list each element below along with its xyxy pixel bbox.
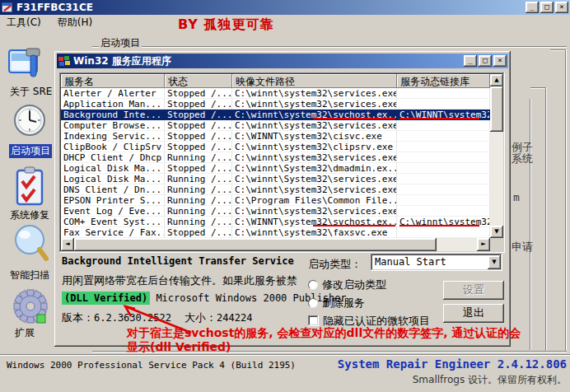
- table-cell: C:\WINNT\system32\svchost.ex...: [232, 217, 397, 227]
- dialog-minimize-button[interactable]: _: [464, 55, 477, 67]
- table-cell: Stopped /...: [165, 120, 232, 131]
- table-cell: C:\winnt\system32\svchost.ex...: [232, 110, 397, 120]
- startup-type-label: 启动类型：: [308, 257, 362, 272]
- watermark-text: BY 孤独更可靠: [178, 16, 273, 34]
- table-cell: Stopped /...: [165, 163, 232, 174]
- table-cell: [397, 88, 490, 99]
- clock-icon[interactable]: [13, 102, 46, 140]
- scroll-right-icon[interactable]: ►: [477, 238, 490, 251]
- table-cell: Stopped /...: [165, 227, 232, 238]
- column-header-status[interactable]: 状态: [165, 74, 232, 88]
- table-cell: C:\winnt\system32: [397, 217, 490, 227]
- vertical-scrollbar[interactable]: ▲ ▼: [490, 74, 503, 238]
- table-row[interactable]: Computer Browse...Stopped /...C:\winnt\s…: [61, 120, 490, 131]
- dialog-close-button[interactable]: ×: [493, 55, 507, 67]
- extensions-gear-icon[interactable]: [13, 288, 48, 324]
- table-row[interactable]: Indexing Servic...Stopped /...C:\WINNT\s…: [61, 131, 490, 142]
- main-titlebar: F31FFBC31CE _ □ ×: [0, 0, 570, 15]
- menu-help[interactable]: 帮助(H): [56, 15, 94, 30]
- menubar: 工具(C) 帮助(H): [0, 15, 570, 30]
- exit-button[interactable]: 退出: [443, 304, 504, 323]
- table-cell: [397, 195, 490, 206]
- screen: F31FFBC31CE _ □ × 工具(C) 帮助(H) BY 孤独更可靠 启…: [0, 0, 570, 392]
- sidebar-item-repair[interactable]: 系统修复: [10, 208, 49, 222]
- radio-modify-startup[interactable]: 修改启动类型: [308, 278, 386, 292]
- table-cell: Application Man...: [61, 99, 165, 110]
- column-header-dll[interactable]: 服务动态链接库: [397, 74, 490, 88]
- table-row[interactable]: Background Inte...Stopped /...C:\winnt\s…: [61, 110, 490, 120]
- table-row[interactable]: DHCP Client / DhcpRunning /...C:\winnt\s…: [61, 152, 490, 163]
- about-icon[interactable]: [8, 47, 46, 82]
- scroll-left-icon[interactable]: ◄: [61, 238, 74, 251]
- maximize-button[interactable]: □: [540, 2, 554, 13]
- repair-checklist-icon[interactable]: [15, 166, 46, 207]
- minimize-button[interactable]: _: [526, 2, 539, 13]
- table-cell: Running /...: [165, 174, 232, 184]
- table-row[interactable]: Logical Disk Ma...Stopped /...C:\winnt\S…: [61, 163, 490, 174]
- sidebar-item-extensions[interactable]: 扩展: [15, 326, 35, 340]
- sidebar-item-scan[interactable]: 智能扫描: [10, 268, 49, 282]
- table-cell: [397, 152, 490, 163]
- sidebar-item-startup[interactable]: 启动项目: [9, 144, 52, 158]
- credit-text: Smallfrogs 设计。保留所有权利。: [413, 373, 567, 387]
- startup-type-value: Manual Start: [375, 256, 446, 268]
- table-cell: C:\winnt\System32\dmadmin.ex...: [232, 163, 397, 174]
- table-row[interactable]: Event Log / Eve...Running /...C:\winnt\s…: [61, 206, 490, 217]
- horizontal-scroll-thumb[interactable]: [74, 238, 437, 251]
- table-cell: Stopped /...: [165, 88, 232, 99]
- dialog-maximize-button[interactable]: □: [479, 55, 492, 67]
- table-row[interactable]: Fax Service / Fax...Stopped /...C:\winnt…: [61, 227, 490, 238]
- table-cell: Logical Disk Ma...: [61, 174, 165, 184]
- table-cell: DHCP Client / Dhcp: [61, 152, 165, 163]
- radio-delete-service[interactable]: 删除服务: [308, 296, 365, 310]
- table-cell: Alerter / Alerter: [61, 88, 165, 99]
- table-row[interactable]: Application Man...Stopped /...C:\winnt\s…: [61, 99, 490, 110]
- scroll-up-icon[interactable]: ▲: [490, 74, 503, 86]
- table-cell: C:\winnt\system32\services.exe: [232, 184, 397, 195]
- table-row[interactable]: COM+ Event Syst...Running /...C:\WINNT\s…: [61, 217, 490, 227]
- horizontal-scrollbar[interactable]: ◄ ►: [61, 238, 490, 251]
- table-cell: [397, 184, 490, 195]
- settings-button[interactable]: 设置: [443, 281, 504, 300]
- sidebar-item-about[interactable]: 关于 SRE: [10, 85, 52, 99]
- background-border-line: [565, 49, 567, 352]
- table-cell: Logical Disk Ma...: [61, 163, 165, 174]
- scan-magnifier-icon[interactable]: [12, 222, 49, 264]
- checkbox-icon[interactable]: [308, 315, 319, 326]
- table-row[interactable]: ClipBook / ClipSrvStopped /...C:\winnt\s…: [61, 142, 490, 152]
- radio-icon[interactable]: [308, 280, 318, 290]
- column-header-name[interactable]: 服务名: [61, 74, 165, 88]
- startup-type-select[interactable]: Manual Start ▼: [371, 254, 502, 271]
- table-cell: C:\WINNT\system32: [397, 110, 490, 120]
- table-cell: [397, 131, 490, 142]
- background-border-line: [550, 49, 565, 51]
- service-table-body: Alerter / AlerterStopped /...C:\winnt\sy…: [61, 88, 490, 238]
- menu-tools[interactable]: 工具(C): [5, 15, 43, 30]
- table-row[interactable]: Logical Disk Ma...Running /...C:\winnt\S…: [61, 174, 490, 184]
- table-cell: DNS Client / Dn...: [61, 184, 165, 195]
- red-underline: [313, 225, 395, 226]
- checkbox-hide-label: 隐藏已认证的微软项目: [323, 315, 430, 327]
- table-cell: [397, 142, 490, 152]
- column-header-path[interactable]: 映像文件路径: [232, 74, 397, 88]
- table-row[interactable]: DNS Client / Dn...Running /...C:\winnt\s…: [61, 184, 490, 195]
- table-cell: [397, 163, 490, 174]
- table-cell: Indexing Servic...: [61, 131, 165, 142]
- app-icon: [2, 2, 13, 13]
- table-cell: Running /...: [165, 206, 232, 217]
- table-cell: Stopped /...: [165, 142, 232, 152]
- radio-delete-label: 删除服务: [322, 296, 365, 309]
- scroll-down-icon[interactable]: ▼: [490, 226, 503, 238]
- annotation-line2: 显示(dll Verified): [127, 340, 231, 355]
- table-cell: C:\winnt\system32\services.exe: [232, 206, 397, 217]
- table-row[interactable]: EPSON Printer S...Running /...C:\Program…: [61, 195, 490, 206]
- table-row[interactable]: Alerter / AlerterStopped /...C:\winnt\sy…: [61, 88, 490, 99]
- vertical-scroll-thumb[interactable]: [490, 86, 503, 132]
- background-window-fragment: m: [513, 191, 520, 203]
- chevron-down-icon[interactable]: ▼: [488, 255, 501, 269]
- radio-icon[interactable]: [308, 298, 318, 308]
- red-underline: [399, 118, 479, 119]
- table-cell: C:\winnt\system32\services.exe: [232, 120, 397, 131]
- close-button[interactable]: ×: [555, 2, 568, 13]
- table-cell: C:\winnt\system32\services.exe: [232, 99, 397, 110]
